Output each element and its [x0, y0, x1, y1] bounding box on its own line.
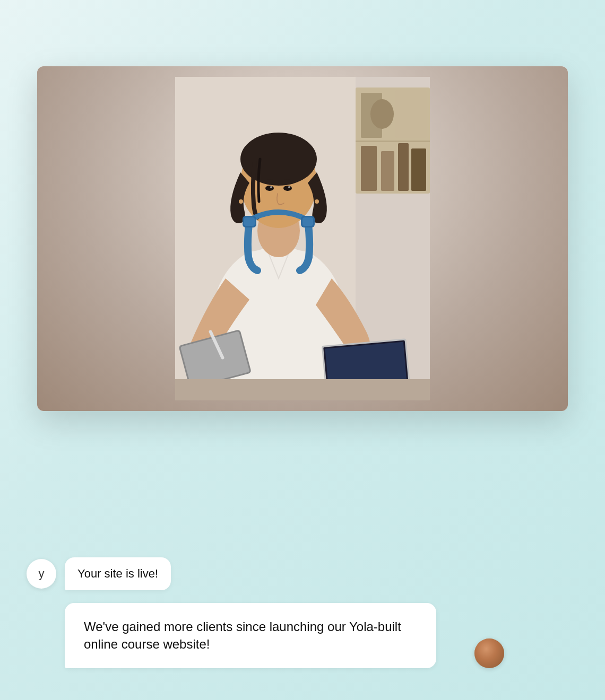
svg-rect-6	[411, 148, 426, 191]
svg-rect-2	[356, 141, 430, 142]
yola-avatar: y	[27, 559, 56, 589]
browser-window: ‹ › ◑ 🔒 editor.yola.com ↺ Learn What You…	[37, 66, 568, 411]
chat-message-received: Your site is live!	[65, 557, 171, 590]
website-content: Learn What You Need to Achieve Your Goal…	[37, 89, 568, 411]
svg-rect-9	[395, 90, 427, 138]
chat-sent-row: We've gained more clients since launchin…	[65, 603, 504, 668]
user-avatar	[474, 638, 504, 668]
svg-rect-3	[361, 146, 377, 191]
svg-point-20	[315, 199, 319, 204]
svg-rect-5	[398, 143, 409, 191]
svg-point-8	[370, 99, 394, 129]
chat-message-sent: We've gained more clients since launchin…	[65, 603, 436, 668]
website-right-panel	[313, 89, 568, 411]
chat-bubble-sent: We've gained more clients since launchin…	[27, 603, 504, 668]
svg-rect-4	[381, 151, 394, 191]
hero-image	[313, 89, 568, 411]
chat-section: y Your site is live! We've gained more c…	[27, 557, 504, 668]
svg-rect-31	[313, 379, 430, 400]
chat-bubble-received: y Your site is live!	[27, 557, 504, 590]
user-avatar-image	[474, 638, 504, 668]
